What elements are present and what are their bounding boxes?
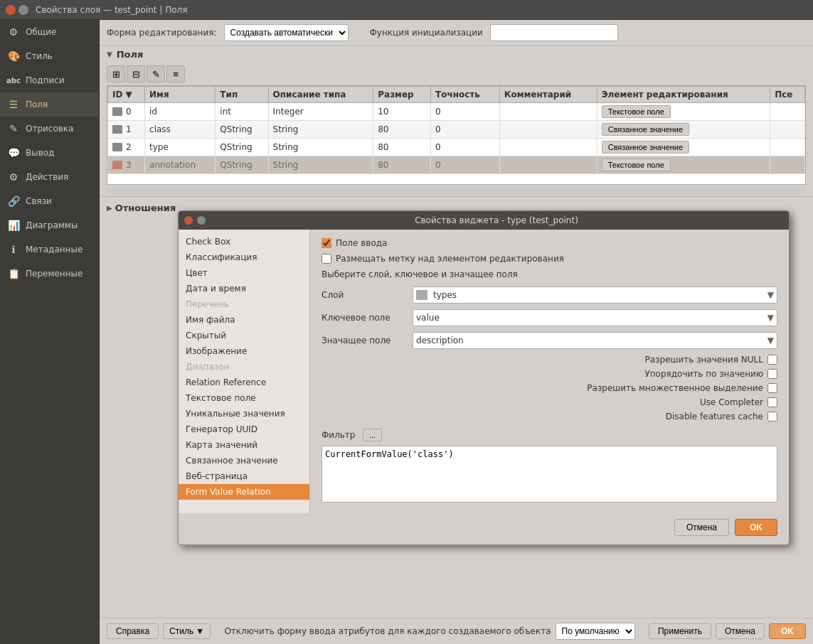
close-button[interactable] [6,5,16,15]
modal-ok-button[interactable]: OK [735,519,777,536]
default-select[interactable]: По умолчанию [556,623,635,640]
horizontal-scrollbar[interactable] [107,186,806,195]
ok-main-button[interactable]: OK [769,623,806,639]
col-precision[interactable]: Точность [431,87,500,103]
list-item-range[interactable]: Диапазон [179,359,309,375]
list-item-image[interactable]: Изображение [179,343,309,359]
col-size[interactable]: Размер [373,87,431,103]
cell-id: 2 [108,139,145,156]
apply-button[interactable]: Применить [649,623,711,639]
filter-textarea[interactable]: CurrentFormValue('class') [322,446,777,503]
cell-widget: Текстовое поле [597,103,770,121]
sidebar-item-actions[interactable]: ⚙ Действия [0,165,99,189]
filter-section: Фильтр ... CurrentFormValue('class') [322,429,777,505]
add-field-button[interactable]: ⊞ [107,65,125,82]
col-name[interactable]: Имя [145,87,216,103]
settings-field-button[interactable]: ≡ [166,65,185,82]
list-item-filename[interactable]: Имя файла [179,312,309,328]
list-item-textfield[interactable]: Текстовое поле [179,390,309,406]
col-type[interactable]: Тип [216,87,268,103]
func-init-input[interactable] [490,24,618,41]
opt-completer-checkbox[interactable] [767,397,777,407]
cell-precision: 0 [431,139,500,156]
col-widget[interactable]: Элемент редактирования [597,87,770,103]
list-item-valuemap[interactable]: Карта значений [179,437,309,453]
cell-alias [770,121,805,139]
input-field-checkbox[interactable] [322,238,331,248]
list-item-uuid[interactable]: Генератор UUID [179,422,309,437]
list-item-hidden[interactable]: Скрытый [179,328,309,343]
cell-comment [499,156,597,174]
widget-btn[interactable]: Текстовое поле [602,105,671,118]
sidebar-item-rendering[interactable]: ✎ Отрисовка [0,117,99,141]
layer-select[interactable]: types ▼ [413,286,777,304]
cell-type-desc: Integer [268,103,373,121]
filter-button[interactable]: ... [363,429,382,441]
sidebar-item-general[interactable]: ⚙ Общие [0,20,99,44]
cell-comment [499,121,597,139]
sidebar-item-variables[interactable]: 📋 Переменные [0,262,99,286]
col-type-desc[interactable]: Описание типа [268,87,373,103]
layer-section-label: Выберите слой, ключевое и значащее поля [322,269,777,279]
col-alias[interactable]: Псе [770,87,805,103]
modal-close-button[interactable] [184,216,193,225]
fields-icon: ☰ [7,98,20,111]
key-select[interactable]: value ▼ [413,309,777,326]
sidebar-item-fields[interactable]: ☰ Поля [0,92,99,117]
list-item-formvaluerel[interactable]: Form Value Relation [179,484,309,500]
fields-section-header[interactable]: ▼ Поля [100,46,813,63]
sidebar-item-style[interactable]: 🎨 Стиль [0,44,99,68]
value-select[interactable]: description ▼ [413,332,777,349]
modal-cancel-button[interactable]: Отмена [674,519,729,536]
modal-right-panel: Поле ввода Размещать метку над элементом… [310,230,789,513]
table-row[interactable]: 1 class QString String 80 0 Связанное зн… [108,121,805,139]
cancel-main-button[interactable]: Отмена [716,623,765,639]
cell-name: id [145,103,216,121]
opt-multi-checkbox[interactable] [767,383,777,393]
table-row[interactable]: 0 id int Integer 10 0 Текстовое поле [108,103,805,121]
form-edit-select[interactable]: Создавать автоматически [224,24,349,41]
edit-field-button[interactable]: ✎ [147,65,165,82]
remove-field-button[interactable]: ⊟ [127,65,145,82]
list-item-color[interactable]: Цвет [179,265,309,281]
sidebar-label-rendering: Отрисовка [26,124,73,134]
opt-cache-checkbox[interactable] [767,412,777,422]
list-item-datetime[interactable]: Дата и время [179,281,309,296]
list-item-classification[interactable]: Классификация [179,249,309,265]
cell-name: type [145,139,216,156]
sidebar-item-output[interactable]: 💬 Вывод [0,141,99,165]
widget-btn[interactable]: Связанное значение [602,123,689,136]
modal-min-button[interactable] [197,216,206,225]
sidebar-item-diagrams[interactable]: 📊 Диаграммы [0,213,99,237]
list-item-unique[interactable]: Уникальные значения [179,406,309,422]
label-above-checkbox[interactable] [322,254,331,264]
sidebar-label-metadata: Метаданные [26,245,83,254]
style-button[interactable]: Стиль ▼ [163,623,211,639]
output-icon: 💬 [7,146,20,159]
widget-btn[interactable]: Связанное значение [602,141,689,154]
sidebar-item-relations[interactable]: 🔗 Связи [0,189,99,213]
cell-type: QString [216,139,268,156]
opt-null-checkbox[interactable] [767,355,777,365]
table-row[interactable]: 2 type QString String 80 0 Связанное зна… [108,139,805,156]
key-dropdown-icon: ▼ [767,313,774,323]
list-item-relref[interactable]: Relation Reference [179,375,309,390]
col-comment[interactable]: Комментарий [499,87,597,103]
widget-btn[interactable]: Текстовое поле [602,159,671,171]
sidebar-item-labels[interactable]: abc Подписи [0,68,99,92]
col-id[interactable]: ID ▼ [108,87,145,103]
window-controls[interactable] [6,5,28,15]
opt-completer-label: Use Completer [700,397,763,407]
table-row[interactable]: 3 annotation QString String 80 0 Текстов… [108,156,805,174]
sidebar-item-metadata[interactable]: ℹ Метаданные [0,237,99,262]
cell-size: 80 [373,156,431,174]
relations-icon: 🔗 [7,195,20,208]
minimize-button[interactable] [18,5,28,15]
opt-order-checkbox[interactable] [767,369,777,379]
list-item-webpage[interactable]: Веб-страница [179,468,309,484]
list-item-checkbox[interactable]: Check Box [179,234,309,249]
list-item-list[interactable]: Перечень [179,296,309,312]
list-item-valuerel[interactable]: Связанное значение [179,453,309,468]
help-button[interactable]: Справка [107,623,159,639]
sidebar-label-style: Стиль [26,51,53,61]
